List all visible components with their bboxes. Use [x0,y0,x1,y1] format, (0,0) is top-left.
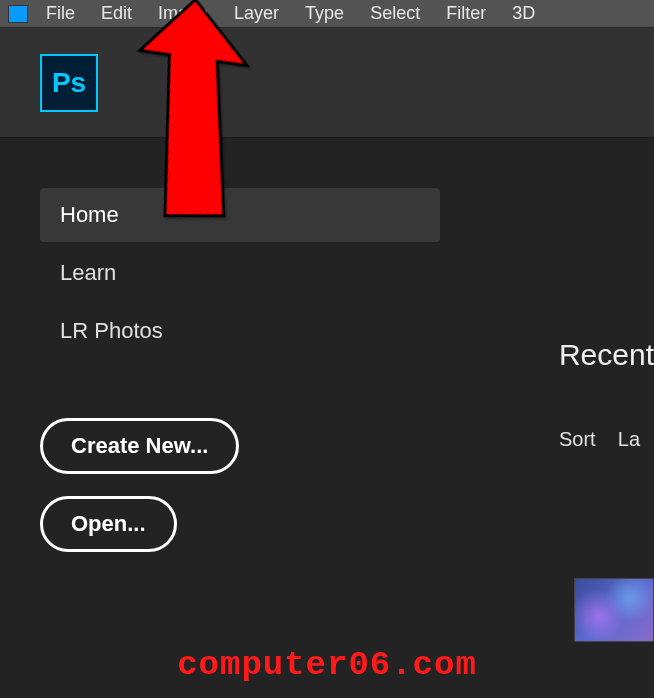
sort-value: La [618,428,640,450]
menu-image[interactable]: Image [158,3,208,24]
menu-select[interactable]: Select [370,3,420,24]
nav-lr-photos[interactable]: LR Photos [40,304,440,358]
menubar: File Edit Image Layer Type Select Filter… [0,0,654,28]
menu-layer[interactable]: Layer [234,3,279,24]
photoshop-logo: Ps [40,54,98,112]
sidebar: Home Learn LR Photos Create New... Open.… [40,188,440,698]
menu-filter[interactable]: Filter [446,3,486,24]
recent-thumbnail[interactable] [574,578,654,642]
menu-3d[interactable]: 3D [512,3,535,24]
action-buttons: Create New... Open... [40,418,440,574]
menu-type[interactable]: Type [305,3,344,24]
recent-panel: Recent Sort La [549,338,654,451]
create-new-button[interactable]: Create New... [40,418,239,474]
app-icon [8,5,28,23]
header-bar: Ps [0,28,654,138]
menu-edit[interactable]: Edit [101,3,132,24]
open-button[interactable]: Open... [40,496,177,552]
sort-label: Sort [559,428,596,450]
sort-row[interactable]: Sort La [559,428,654,451]
nav-home[interactable]: Home [40,188,440,242]
nav-list: Home Learn LR Photos [40,188,440,358]
watermark-text: computer06.com [177,646,477,684]
menu-file[interactable]: File [46,3,75,24]
recent-heading: Recent [559,338,654,372]
home-screen: Home Learn LR Photos Create New... Open.… [0,138,654,698]
nav-learn[interactable]: Learn [40,246,440,300]
